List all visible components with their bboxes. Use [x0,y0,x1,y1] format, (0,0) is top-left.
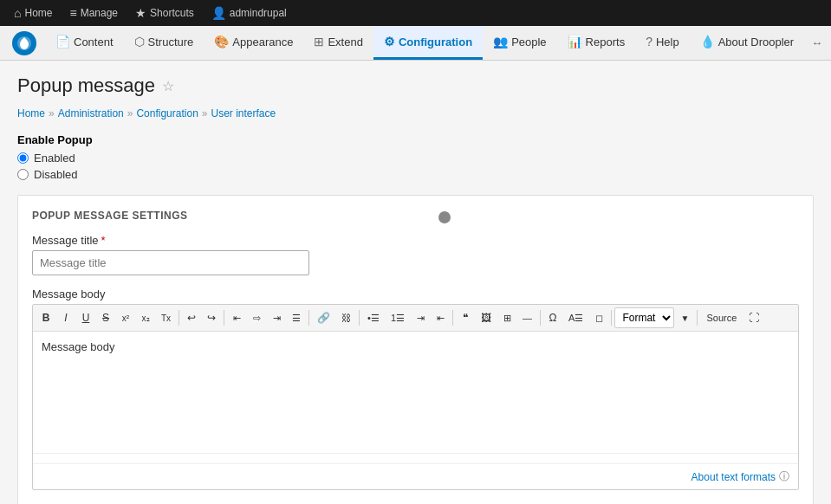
toolbar-sep-8 [697,310,698,326]
home-icon: ⌂ [14,6,21,20]
editor-content-area[interactable]: Message body [33,332,798,453]
toolbar-table[interactable]: ⊞ [497,308,516,327]
toolbar-sep-2 [224,310,224,326]
toolbar-source[interactable]: Source [700,308,743,327]
toolbar-image[interactable]: 🖼 [476,308,497,327]
toolbar-hr[interactable]: — [517,308,537,327]
nav-bar: 📄 Content ⬡ Structure 🎨 Appearance ⊞ Ext… [0,26,831,61]
toolbar-special-chars[interactable]: Ω [543,308,562,327]
wysiwyg-editor: B I U S x² x₂ Tx ↩ ↪ ⇤ ⇨ ⇥ ☰ 🔗 [32,304,799,490]
editor-footer [33,453,798,463]
bookmark-icon[interactable]: ☆ [162,78,174,94]
toolbar-template[interactable]: ◻ [589,308,608,327]
radio-disabled[interactable]: Disabled [17,168,814,181]
nav-structure[interactable]: ⬡ Structure [124,26,205,60]
message-body-label: Message body [32,288,799,300]
toolbar-blockquote[interactable]: ❝ [456,308,475,327]
toolbar-redo[interactable]: ↪ [202,308,221,327]
nav-configuration[interactable]: ⚙ Configuration [373,26,483,60]
toolbar-bold[interactable]: B [36,308,55,327]
message-title-input[interactable] [32,250,309,275]
toolbar-sep-6 [540,310,541,326]
droopler-logo-icon [12,31,36,55]
enable-popup-radio-group: Enabled Disabled [17,152,814,181]
admin-manage[interactable]: ≡ Manage [62,0,125,26]
nav-extend[interactable]: ⊞ Extend [303,26,373,60]
toolbar-align-right[interactable]: ⇥ [267,308,286,327]
editor-toolbar: B I U S x² x₂ Tx ↩ ↪ ⇤ ⇨ ⇥ ☰ 🔗 [33,305,798,332]
shortcuts-icon: ★ [135,6,146,20]
toolbar-subscript[interactable]: x₂ [136,308,155,327]
enable-popup-label: Enable Popup [17,133,814,146]
nav-content[interactable]: 📄 Content [45,26,124,60]
toolbar-outdent[interactable]: ⇤ [431,308,450,327]
toolbar-align-center[interactable]: ⇨ [247,308,266,327]
admin-bar: ⌂ Home ≡ Manage ★ Shortcuts 👤 admindrupa… [0,0,831,26]
breadcrumb-sep-3: » [202,107,208,120]
toolbar-unlink[interactable]: ⛓ [336,308,356,327]
extend-icon: ⊞ [314,35,324,48]
toolbar-underline[interactable]: U [76,308,95,327]
admin-home[interactable]: ⌂ Home [7,0,59,26]
toolbar-sep-7 [611,310,612,326]
toolbar-dropdown[interactable]: ▼ [675,308,694,327]
message-body-group: Message body B I U S x² x₂ Tx ↩ ↪ ⇤ ⇨ [32,288,799,490]
radio-disabled-input[interactable] [17,169,29,180]
toolbar-italic[interactable]: I [56,308,75,327]
radio-enabled-input[interactable] [17,152,29,164]
page-title: Popup message [17,74,155,97]
help-circle-icon: ⓘ [779,469,789,484]
breadcrumb-config[interactable]: Configuration [136,107,198,120]
breadcrumb-sep-2: » [127,107,133,120]
toolbar-removeformat[interactable]: Tx [156,308,176,327]
toolbar-undo[interactable]: ↩ [182,308,201,327]
configuration-icon: ⚙ [384,35,395,48]
breadcrumb-sep-1: » [49,107,55,120]
site-logo[interactable] [3,26,45,60]
appearance-icon: 🎨 [214,35,229,48]
toolbar-number-list[interactable]: 1☰ [386,308,410,327]
toolbar-align-justify[interactable]: ☰ [287,308,306,327]
help-icon: ? [646,35,652,48]
toolbar-styles[interactable]: A☰ [563,308,588,327]
user-icon: 👤 [211,6,226,20]
toolbar-align-left[interactable]: ⇤ [227,308,246,327]
message-title-group: Message title * [32,234,799,275]
format-select[interactable]: Format [614,307,674,328]
nav-people[interactable]: 👥 People [483,26,556,60]
radio-enabled[interactable]: Enabled [17,152,814,165]
toolbar-sep-5 [452,310,453,326]
breadcrumb-home[interactable]: Home [17,107,45,120]
about-formats-bar: About text formats ⓘ [33,463,798,489]
nav-appearance[interactable]: 🎨 Appearance [204,26,303,60]
nav-toggle-btn[interactable]: ↔ [804,26,829,60]
toolbar-superscript[interactable]: x² [116,308,135,327]
about-text-formats-link[interactable]: About text formats [691,471,776,483]
toolbar-strikethrough[interactable]: S [96,308,115,327]
page-content: Popup message ☆ Home » Administration » … [0,61,831,504]
toolbar-sep-1 [179,310,179,326]
people-icon: 👥 [493,35,508,48]
nav-reports[interactable]: 📊 Reports [557,26,636,60]
admin-shortcuts[interactable]: ★ Shortcuts [128,0,201,26]
toolbar-fullscreen[interactable]: ⛶ [743,308,764,327]
enable-popup-section: Enable Popup Enabled Disabled [17,133,814,181]
settings-box: POPUP MESSAGE SETTINGS Message title * M… [17,195,814,504]
nav-end: ↔ [804,26,829,60]
toolbar-indent[interactable]: ⇥ [411,308,430,327]
toggle-icon: ↔ [811,36,822,49]
toolbar-sep-3 [308,310,309,326]
toolbar-bullet-list[interactable]: •☰ [362,308,385,327]
reports-icon: 📊 [568,35,582,48]
drag-handle[interactable] [438,211,451,223]
admin-user[interactable]: 👤 admindrupal [205,0,294,26]
structure-icon: ⬡ [134,35,145,48]
about-icon: 💧 [700,35,715,48]
editor-placeholder-text: Message body [42,340,115,353]
nav-help[interactable]: ? Help [635,26,690,60]
breadcrumb-ui[interactable]: User interface [211,107,276,120]
toolbar-link[interactable]: 🔗 [312,308,335,327]
nav-about[interactable]: 💧 About Droopler [690,26,804,60]
breadcrumb-admin[interactable]: Administration [58,107,124,120]
content-icon: 📄 [55,35,70,48]
